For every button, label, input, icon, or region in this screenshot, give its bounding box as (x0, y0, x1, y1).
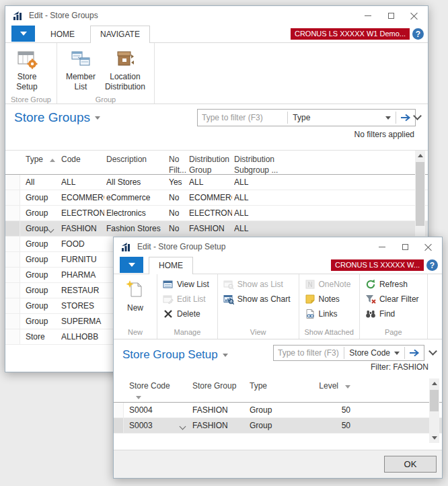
app-menu-button[interactable] (11, 26, 35, 42)
ribbon-button-member-list[interactable]: Member List (61, 45, 100, 93)
row-selector[interactable] (114, 403, 124, 417)
tabs-host: HOME (143, 256, 193, 274)
row-selector[interactable] (5, 175, 20, 190)
help-icon[interactable]: ? (426, 259, 438, 271)
ribbon-group-page: RefreshClear FilterFindPage (360, 274, 428, 339)
ribbon-button-view-list[interactable]: View List (161, 278, 213, 290)
row-selector[interactable] (5, 268, 20, 282)
links-icon (305, 309, 315, 319)
minimize-icon[interactable] (371, 237, 394, 256)
ribbon-tabs: HOME CRONUS LS XXXXX W... ? (114, 256, 442, 274)
titlebar[interactable]: Edit - Store Group Setup (114, 237, 442, 256)
column-header-description[interactable]: Description (106, 155, 167, 165)
tab-home[interactable]: HOME (40, 26, 85, 43)
scrollbar-thumb[interactable] (430, 390, 439, 411)
close-icon[interactable] (402, 6, 425, 25)
column-header-level[interactable]: Level (275, 381, 350, 392)
cell: ALL (234, 193, 295, 202)
cell: ALL (234, 177, 295, 187)
titlebar[interactable]: Edit - Store Groups (5, 6, 428, 25)
ribbon-button-location-distribution[interactable]: Location Distribution (100, 45, 150, 93)
column-header-code[interactable]: Code (61, 155, 104, 165)
maximize-icon[interactable] (394, 237, 416, 256)
table-row[interactable]: GroupECOMMERCEeCommerceNoECOMMERCEALL (5, 190, 428, 206)
row-selector[interactable] (5, 314, 20, 329)
ribbon: Store SetupStore GroupMember ListLocatio… (5, 43, 428, 104)
scrollbar-thumb[interactable] (416, 162, 424, 226)
company-badge[interactable]: CRONUS LS XXXXX W1 Demo... (291, 28, 410, 40)
row-selector[interactable] (5, 237, 20, 251)
ribbon-group-label: Page (364, 326, 423, 339)
column-header-distribution-subgroup[interactable]: Distribution Subgroup ... (234, 155, 295, 175)
apply-filter-button[interactable] (405, 346, 424, 360)
table-row[interactable]: GroupELECTRONICElectronicsNoELECTRONICAL… (5, 206, 428, 221)
company-badge[interactable]: CRONUS LS XXXXX W... (331, 259, 424, 271)
filter-field-dropdown[interactable]: Type (288, 113, 396, 122)
row-selector[interactable] (5, 206, 20, 220)
ribbon-button-refresh[interactable]: Refresh (364, 278, 423, 290)
table-row[interactable]: S0004FASHIONGroup50 (114, 403, 442, 418)
cell: No (169, 208, 188, 218)
vertical-scrollbar[interactable] (429, 378, 439, 443)
scroll-up-icon[interactable] (415, 151, 425, 161)
ribbon-button-store-setup[interactable]: Store Setup (9, 45, 44, 93)
scroll-up-icon[interactable] (429, 378, 439, 389)
ribbon-button-notes[interactable]: Notes (303, 293, 355, 305)
row-selector[interactable] (5, 190, 20, 205)
column-header-store-group[interactable]: Store Group (192, 381, 246, 392)
arrow-right-icon (409, 349, 420, 357)
row-selector[interactable] (5, 221, 20, 236)
page-header: Store Group Setup Store Code Filter: FAS… (114, 339, 442, 381)
ok-button[interactable]: OK (384, 456, 437, 473)
column-header-store-code[interactable]: Store Code (129, 381, 178, 402)
tab-navigate[interactable]: NAVIGATE (90, 26, 150, 43)
table-row[interactable]: S0003FASHIONGroup50 (114, 418, 442, 434)
maximize-icon[interactable] (379, 6, 402, 25)
collapse-page-chevron[interactable] (414, 113, 421, 120)
row-selector[interactable] (5, 283, 20, 298)
scroll-down-icon[interactable] (429, 433, 439, 443)
table-row[interactable]: AllALLAll StoresYesALLALL (5, 175, 428, 190)
nav-app-icon (12, 10, 24, 22)
ribbon-button-show-as-chart[interactable]: Show as Chart (222, 293, 295, 305)
app-menu-button[interactable] (120, 257, 143, 273)
row-selector[interactable] (5, 252, 20, 267)
close-icon[interactable] (416, 237, 439, 256)
column-header-type[interactable]: Type (26, 155, 58, 165)
edit-list-icon (163, 294, 174, 305)
page-header: Store Groups Type No filters applied (5, 104, 428, 146)
ribbon-button-delete[interactable]: Delete (161, 308, 213, 320)
chevron-down-icon (20, 32, 27, 36)
cell: ELECTRONIC (189, 208, 232, 218)
cell: ECOMMERCE (189, 193, 232, 202)
ribbon-button-edit-list: Edit List (161, 293, 213, 305)
filter-field-dropdown[interactable]: Store Code (344, 348, 404, 358)
page-title[interactable]: Store Group Setup (122, 348, 228, 362)
filter-status: No filters applied (354, 130, 414, 139)
filter-input[interactable] (274, 348, 344, 358)
ribbon-group-label: Show Attached (303, 326, 355, 339)
row-selector[interactable] (5, 329, 20, 344)
column-header-no-filt[interactable]: No Filt... (169, 155, 188, 175)
cell: FURNITU (61, 255, 104, 264)
collapse-page-chevron[interactable] (430, 348, 437, 355)
help-icon[interactable]: ? (412, 28, 424, 40)
ribbon-button-clear-filter[interactable]: Clear Filter (364, 293, 423, 305)
table-header: Store CodeStore GroupTypeLevel (114, 377, 442, 403)
ribbon-button-links[interactable]: Links (303, 308, 355, 320)
table-row[interactable]: GroupFASHIONFashion StoresNoFASHIONALL (5, 221, 428, 237)
ribbon-button-new[interactable]: New (118, 276, 153, 326)
view-list-icon (163, 279, 174, 290)
row-selector[interactable] (5, 298, 20, 313)
chevron-down-icon (385, 116, 391, 120)
cell: Group (26, 317, 58, 326)
cell: FASHION (192, 421, 246, 430)
minimize-icon[interactable] (357, 6, 379, 25)
page-title[interactable]: Store Groups (14, 110, 100, 125)
cell-dropdown-icon[interactable] (180, 423, 186, 430)
ribbon-button-find[interactable]: Find (364, 308, 423, 320)
tab-home[interactable]: HOME (149, 257, 193, 274)
filter-input[interactable] (198, 113, 287, 122)
apply-filter-button[interactable] (396, 110, 415, 126)
row-selector[interactable] (114, 418, 124, 433)
